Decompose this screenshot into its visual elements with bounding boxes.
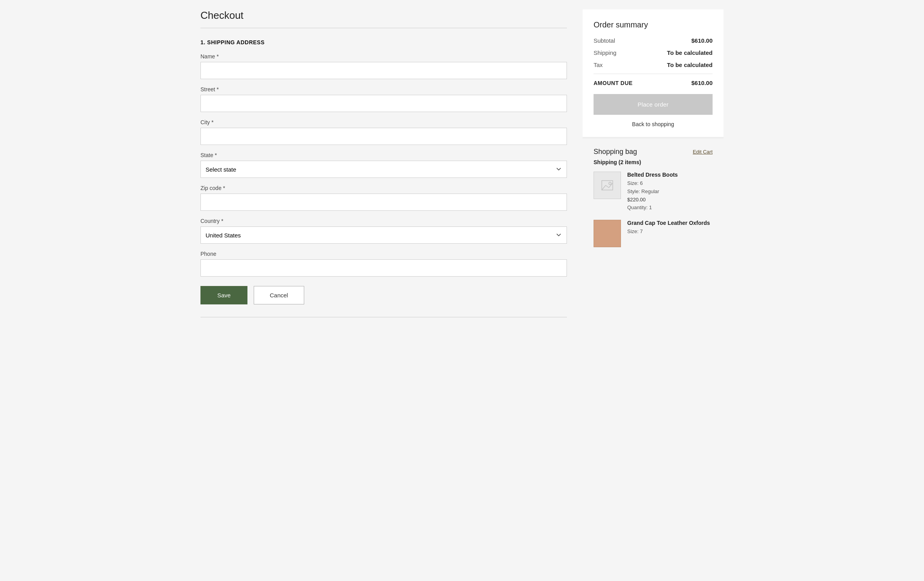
order-summary-title: Order summary — [594, 20, 713, 29]
state-label: State * — [200, 152, 567, 158]
zip-field-group: Zip code * — [200, 185, 567, 211]
tax-label: Tax — [594, 62, 603, 68]
item-1-size: Size: 6 — [627, 179, 713, 188]
item-2-image — [594, 220, 621, 247]
tax-value: To be calculated — [667, 62, 713, 68]
title-divider — [200, 28, 567, 28]
country-label: Country * — [200, 218, 567, 224]
street-label: Street * — [200, 86, 567, 92]
form-buttons: Save Cancel — [200, 286, 567, 304]
city-label: City * — [200, 119, 567, 125]
phone-input[interactable] — [200, 259, 567, 277]
svg-line-1 — [602, 185, 606, 190]
shopping-bag-card: Shopping bag Edit Cart Shipping (2 items… — [583, 138, 724, 264]
street-input[interactable] — [200, 95, 567, 112]
order-divider — [594, 74, 713, 74]
state-field-group: State * Select state Alabama Alaska Ariz… — [200, 152, 567, 178]
amount-due-value: $610.00 — [691, 80, 713, 86]
subtotal-label: Subtotal — [594, 37, 615, 44]
country-field-group: Country * United States Canada United Ki… — [200, 218, 567, 244]
shopping-bag-title: Shopping bag — [594, 148, 637, 156]
item-2-name: Grand Cap Toe Leather Oxfords — [627, 220, 713, 226]
subtotal-row: Subtotal $610.00 — [594, 37, 713, 44]
page-title: Checkout — [200, 9, 567, 22]
shipping-row: Shipping To be calculated — [594, 49, 713, 56]
shipping-label: Shipping — [594, 49, 616, 56]
tax-row: Tax To be calculated — [594, 62, 713, 68]
sidebar: Order summary Subtotal $610.00 Shipping … — [583, 9, 724, 572]
zip-input[interactable] — [200, 194, 567, 211]
back-to-shopping-link[interactable]: Back to shopping — [594, 121, 713, 127]
phone-label: Phone — [200, 251, 567, 257]
save-button[interactable]: Save — [200, 286, 247, 304]
item-1-name: Belted Dress Boots — [627, 172, 713, 178]
country-select[interactable]: United States Canada United Kingdom Aust… — [200, 226, 567, 244]
svg-point-4 — [609, 182, 611, 185]
shopping-bag-header: Shopping bag Edit Cart — [594, 148, 713, 156]
shipping-items-label: Shipping (2 items) — [594, 159, 713, 165]
item-1-quantity: Quantity: 1 — [627, 204, 713, 212]
bag-item-1: Belted Dress Boots Size: 6 Style: Regula… — [594, 172, 713, 212]
svg-line-2 — [606, 185, 609, 188]
item-1-meta: Size: 6 Style: Regular $220.00 Quantity:… — [627, 179, 713, 212]
item-1-details: Belted Dress Boots Size: 6 Style: Regula… — [627, 172, 713, 212]
name-field-group: Name * — [200, 53, 567, 79]
item-1-image — [594, 172, 621, 199]
zip-label: Zip code * — [200, 185, 567, 191]
bag-item-2: Grand Cap Toe Leather Oxfords Size: 7 — [594, 220, 713, 247]
city-input[interactable] — [200, 128, 567, 145]
amount-due-label: AMOUNT DUE — [594, 80, 633, 86]
phone-field-group: Phone — [200, 251, 567, 277]
name-input[interactable] — [200, 62, 567, 79]
order-summary-card: Order summary Subtotal $610.00 Shipping … — [583, 9, 724, 137]
street-field-group: Street * — [200, 86, 567, 112]
cancel-button[interactable]: Cancel — [254, 286, 304, 304]
name-label: Name * — [200, 53, 567, 60]
item-1-price: $220.00 — [627, 196, 713, 204]
item-2-meta: Size: 7 — [627, 228, 713, 236]
item-1-style: Style: Regular — [627, 188, 713, 196]
subtotal-value: $610.00 — [691, 37, 713, 44]
state-select[interactable]: Select state Alabama Alaska Arizona Cali… — [200, 161, 567, 178]
svg-line-3 — [609, 183, 613, 188]
edit-cart-link[interactable]: Edit Cart — [693, 149, 713, 155]
section-title: 1. SHIPPING ADDRESS — [200, 39, 567, 45]
bottom-divider — [200, 317, 567, 317]
shipping-value: To be calculated — [667, 49, 713, 56]
item-2-details: Grand Cap Toe Leather Oxfords Size: 7 — [627, 220, 713, 247]
city-field-group: City * — [200, 119, 567, 145]
amount-due-row: AMOUNT DUE $610.00 — [594, 80, 713, 86]
place-order-button[interactable]: Place order — [594, 94, 713, 115]
item-2-size: Size: 7 — [627, 228, 713, 236]
